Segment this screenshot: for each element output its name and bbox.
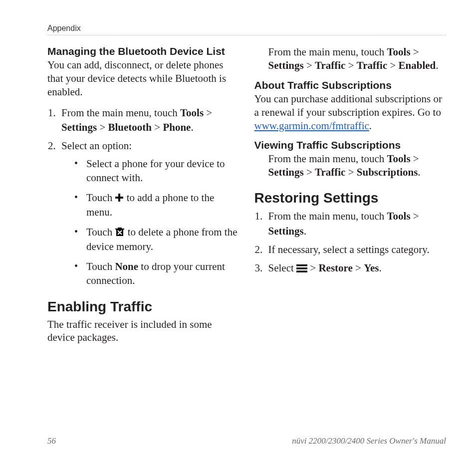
- text: .: [191, 121, 193, 133]
- menu-icon: [296, 262, 307, 270]
- text: >: [345, 59, 356, 71]
- text: From the main menu, touch: [268, 210, 387, 222]
- text: .: [379, 262, 382, 274]
- text: >: [387, 59, 398, 71]
- text: >: [353, 262, 364, 274]
- text: Select: [268, 262, 297, 274]
- list-item: Touch to delete a phone from the device …: [74, 225, 239, 253]
- text: >: [411, 46, 419, 58]
- text: >: [97, 121, 108, 133]
- text: From the main menu, touch: [268, 153, 387, 165]
- list-item: Select an option: Select a phone for you…: [58, 139, 239, 287]
- bold: Traffic: [315, 166, 345, 178]
- option-list: Select a phone for your device to connec…: [61, 157, 239, 288]
- bold: Subscriptions: [357, 166, 418, 178]
- paragraph-subs: You can purchase additional subscription…: [254, 92, 447, 133]
- right-column: From the main menu, touch Tools > Settin…: [254, 45, 447, 351]
- text: >: [411, 153, 419, 165]
- bold: Settings: [268, 59, 304, 71]
- text: >: [304, 166, 315, 178]
- text: From the main menu, touch: [61, 107, 180, 119]
- text: You can purchase additional subscription…: [254, 93, 442, 118]
- left-column: Managing the Bluetooth Device List You c…: [47, 45, 239, 351]
- bold: Phone: [163, 121, 191, 133]
- paragraph-traffic: The traffic receiver is included in some…: [47, 318, 239, 345]
- text: .: [418, 166, 420, 178]
- page-footer: 56 nüvi 2200/2300/2400 Series Owner's Ma…: [47, 436, 446, 446]
- bold: Settings: [61, 121, 97, 133]
- text: >: [204, 107, 212, 119]
- text: >: [307, 262, 318, 274]
- list-item: Select > Restore > Yes.: [265, 261, 447, 275]
- bold: Traffic: [357, 59, 387, 71]
- heading-about-subs: About Traffic Subscriptions: [254, 79, 447, 91]
- heading-restoring: Restoring Settings: [254, 190, 447, 206]
- page: Appendix Managing the Bluetooth Device L…: [0, 0, 476, 476]
- svg-rect-4: [115, 229, 124, 230]
- bold: Enabled: [399, 59, 436, 71]
- list-item: Touch to add a phone to the menu.: [74, 191, 239, 219]
- bold: None: [115, 260, 138, 272]
- svg-rect-7: [296, 271, 307, 273]
- text: .: [304, 225, 306, 237]
- text: From the main menu, touch: [268, 46, 387, 58]
- bluetooth-steps: From the main menu, touch Tools > Settin…: [47, 106, 239, 288]
- svg-rect-1: [115, 197, 123, 199]
- list-item: Select a phone for your device to connec…: [74, 157, 239, 185]
- text: >: [411, 210, 419, 222]
- heading-enabling-traffic: Enabling Traffic: [47, 299, 239, 315]
- list-item: From the main menu, touch Tools > Settin…: [265, 209, 447, 238]
- list-item: From the main menu, touch Tools > Settin…: [58, 106, 239, 135]
- text: Select an option:: [61, 140, 132, 152]
- restore-steps: From the main menu, touch Tools > Settin…: [254, 209, 447, 276]
- paragraph-bluetooth: You can add, disconnect, or delete phone…: [47, 58, 239, 99]
- bold: Traffic: [315, 59, 345, 71]
- running-header: Appendix: [47, 24, 446, 35]
- bold: Tools: [387, 46, 410, 58]
- page-number: 56: [47, 436, 56, 446]
- list-item: Touch None to drop your current connecti…: [74, 259, 239, 288]
- text: Touch: [86, 226, 115, 238]
- paragraph-enable-path: From the main menu, touch Tools > Settin…: [268, 45, 447, 72]
- bold: Tools: [387, 153, 410, 165]
- bold: Tools: [180, 107, 204, 119]
- text: Touch: [86, 192, 115, 204]
- text: >: [152, 121, 163, 133]
- bold: Yes: [364, 262, 379, 274]
- bold: Settings: [268, 166, 304, 178]
- text: .: [369, 120, 372, 132]
- bold: Bluetooth: [108, 121, 152, 133]
- bold: Restore: [318, 262, 352, 274]
- text: >: [304, 59, 315, 71]
- bold: Settings: [268, 225, 304, 237]
- text: .: [436, 59, 438, 71]
- text: >: [345, 166, 356, 178]
- link-fmtraffic[interactable]: www.garmin.com/fmtraffic: [254, 120, 369, 132]
- list-item: If necessary, select a settings category…: [265, 242, 447, 257]
- heading-view-subs: Viewing Traffic Subscriptions: [254, 139, 447, 151]
- heading-bluetooth: Managing the Bluetooth Device List: [47, 45, 239, 57]
- svg-rect-6: [296, 267, 307, 269]
- plus-icon: [115, 192, 124, 201]
- trash-icon: [115, 227, 125, 237]
- svg-rect-5: [296, 264, 307, 266]
- text: Touch: [86, 260, 115, 272]
- manual-title: nüvi 2200/2300/2400 Series Owner's Manua…: [292, 436, 446, 446]
- content-columns: Managing the Bluetooth Device List You c…: [47, 45, 446, 351]
- bold: Tools: [387, 210, 410, 222]
- paragraph-view-subs: From the main menu, touch Tools > Settin…: [268, 152, 447, 179]
